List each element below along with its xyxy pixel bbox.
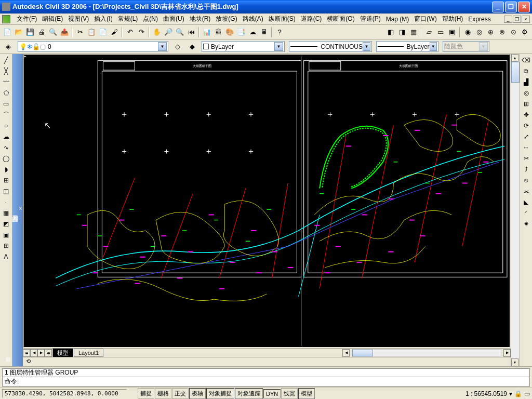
- menu-express[interactable]: Express: [466, 15, 493, 24]
- erase-icon[interactable]: ⌫: [521, 55, 531, 65]
- copy-icon[interactable]: 📋: [86, 27, 97, 37]
- rectangle-icon[interactable]: ▭: [1, 99, 11, 109]
- toggle-polar[interactable]: 极轴: [189, 388, 206, 399]
- status-lock-icon[interactable]: 🔒: [514, 390, 522, 397]
- menu-insert[interactable]: 插入(I): [92, 14, 114, 24]
- ellipse-icon[interactable]: ◯: [1, 153, 11, 164]
- toggle-lwt[interactable]: 线宽: [281, 388, 298, 399]
- pline-icon[interactable]: 〰: [1, 77, 11, 87]
- chamfer-icon[interactable]: ◣: [521, 197, 531, 207]
- move-icon[interactable]: ✥: [521, 110, 531, 120]
- command-input[interactable]: 命令:: [2, 377, 530, 387]
- save-icon[interactable]: 💾: [25, 27, 35, 37]
- array-icon[interactable]: ⊞: [521, 99, 531, 109]
- menu-grading[interactable]: 放坡(G): [214, 14, 239, 24]
- mtext-icon[interactable]: A: [1, 251, 11, 262]
- civil-tool-5-icon[interactable]: ▭: [435, 27, 446, 37]
- line-icon[interactable]: ╱: [1, 55, 11, 65]
- insert-icon[interactable]: ⊞: [1, 175, 11, 185]
- chevron-down-icon[interactable]: ▼: [363, 42, 370, 51]
- mdi-restore-button[interactable]: ❐: [513, 16, 521, 23]
- menu-surfaces[interactable]: 曲面(U): [161, 14, 187, 24]
- civil-tool-9-icon[interactable]: ⊕: [485, 27, 496, 37]
- status-tray-icon[interactable]: ▾: [509, 390, 512, 397]
- tab-model[interactable]: 模型: [52, 348, 73, 358]
- linetype-combo[interactable]: CONTINUOUS ▼: [289, 41, 372, 52]
- calc-icon[interactable]: 🖩: [259, 27, 269, 37]
- tab-first-icon[interactable]: ⏮: [23, 349, 30, 357]
- civil-tool-11-icon[interactable]: ⊙: [508, 27, 518, 37]
- sheet-set-icon[interactable]: 📑: [236, 27, 246, 37]
- menu-general[interactable]: 常规(L): [116, 14, 140, 24]
- status-coords[interactable]: 573830.4290, 5042582.8948, 0.0000: [2, 389, 127, 398]
- civil-tool-1-icon[interactable]: ◧: [385, 27, 396, 37]
- mdi-close-button[interactable]: ×: [522, 16, 530, 23]
- paste-icon[interactable]: 📄: [98, 27, 108, 37]
- status-scale[interactable]: 1 : 56545.0519: [466, 390, 507, 397]
- menu-edit[interactable]: 编辑(E): [40, 14, 65, 24]
- vertical-scrollbar[interactable]: ▲ ▼: [511, 54, 520, 366]
- menu-help[interactable]: 帮助(H): [440, 14, 466, 24]
- menu-map[interactable]: Map (M): [384, 15, 411, 24]
- panel-close-icon[interactable]: x: [19, 205, 22, 211]
- menu-alignments[interactable]: 路线(A): [241, 14, 265, 24]
- menu-corridors[interactable]: 道路(C): [299, 14, 324, 24]
- break-icon[interactable]: ⎋: [521, 175, 531, 185]
- layer-manager-icon[interactable]: ◈: [3, 42, 14, 52]
- menu-points[interactable]: 点(N): [141, 14, 160, 24]
- civil-tool-4-icon[interactable]: ▱: [424, 27, 434, 37]
- menu-window[interactable]: 窗口(W): [412, 14, 438, 24]
- layer-prev-icon[interactable]: ◇: [172, 42, 183, 52]
- copy-obj-icon[interactable]: ⧉: [521, 66, 531, 76]
- stretch-icon[interactable]: ↔: [521, 142, 531, 153]
- minimize-button[interactable]: _: [492, 2, 504, 12]
- xline-icon[interactable]: ╳: [1, 66, 11, 76]
- toolspace-panel[interactable]: x 工具空间 ▤: [12, 54, 23, 366]
- trim-icon[interactable]: ✂: [521, 153, 531, 164]
- civil-tool-3-icon[interactable]: ▦: [408, 27, 419, 37]
- hatch-icon[interactable]: ▦: [1, 208, 11, 218]
- chevron-down-icon[interactable]: ▼: [430, 42, 437, 51]
- point-icon[interactable]: ·: [1, 197, 11, 207]
- menu-sections[interactable]: 横断面(O): [325, 14, 356, 24]
- civil-tool-6-icon[interactable]: ▣: [447, 27, 457, 37]
- color-combo[interactable]: ByLayer ▼: [202, 41, 285, 52]
- undo-icon[interactable]: ↶: [125, 27, 135, 37]
- open-icon[interactable]: 📂: [14, 27, 24, 37]
- toggle-model[interactable]: 模型: [298, 388, 315, 399]
- toggle-osnap[interactable]: 对象捕捉: [206, 388, 234, 399]
- toggle-ortho[interactable]: 正交: [172, 388, 189, 399]
- lineweight-combo[interactable]: ByLayer ▼: [376, 41, 438, 52]
- help-icon[interactable]: ?: [274, 27, 285, 37]
- menu-view[interactable]: 视图(V): [66, 14, 91, 24]
- new-icon[interactable]: 📄: [2, 27, 12, 37]
- zoom-rt-icon[interactable]: 🔎: [163, 27, 174, 37]
- document-icon[interactable]: [2, 15, 10, 23]
- region-icon[interactable]: ▣: [1, 230, 11, 240]
- spline-icon[interactable]: ∿: [1, 142, 11, 153]
- publish-icon[interactable]: 📤: [59, 27, 70, 37]
- mirror-icon[interactable]: ▟: [521, 77, 531, 87]
- menu-profiles[interactable]: 纵断面(S): [267, 14, 298, 24]
- panel-menu-icon[interactable]: ▤: [6, 356, 10, 362]
- gradient-icon[interactable]: ◩: [1, 219, 11, 229]
- explode-icon[interactable]: ✷: [521, 219, 531, 229]
- extend-icon[interactable]: ⤴: [521, 164, 531, 175]
- offset-icon[interactable]: ◎: [521, 88, 531, 98]
- menu-file[interactable]: 文件(F): [15, 14, 39, 24]
- civil-tool-10-icon[interactable]: ⊗: [497, 27, 507, 37]
- tab-prev-icon[interactable]: ◀: [30, 349, 37, 357]
- layer-state-icon[interactable]: ◆: [187, 42, 197, 52]
- layer-combo[interactable]: 💡❄🔓▢ 0 ▼: [18, 41, 168, 52]
- fillet-icon[interactable]: ◜: [521, 208, 531, 218]
- table-icon[interactable]: ⊞: [1, 241, 11, 251]
- properties-icon[interactable]: 📊: [202, 27, 212, 37]
- pan-icon[interactable]: ✋: [152, 27, 162, 37]
- ellipse-arc-icon[interactable]: ◗: [1, 164, 11, 175]
- zoom-prev-icon[interactable]: ⏮: [186, 27, 196, 37]
- tab-next-icon[interactable]: ▶: [37, 349, 45, 357]
- block-icon[interactable]: ◫: [1, 186, 11, 196]
- chevron-down-icon[interactable]: ▼: [158, 42, 167, 51]
- circle-icon[interactable]: ○: [1, 121, 11, 131]
- civil-tool-7-icon[interactable]: ◉: [462, 27, 473, 37]
